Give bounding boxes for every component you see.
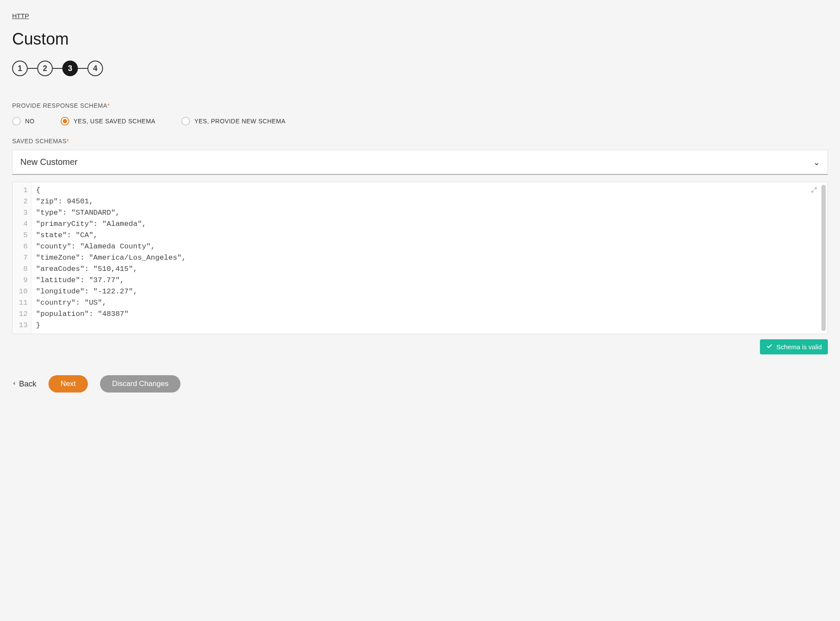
expand-icon[interactable]	[811, 186, 817, 192]
scrollbar[interactable]	[821, 185, 826, 331]
code-line: "longitude": "-122.27",	[36, 286, 823, 297]
page-title: Custom	[12, 30, 828, 48]
check-icon	[766, 343, 773, 351]
chevron-left-icon	[12, 380, 16, 389]
step-4[interactable]: 4	[87, 61, 103, 76]
line-number: 4	[19, 219, 28, 230]
code-content[interactable]: {"zip": 94501,"type": "STANDARD","primar…	[32, 182, 827, 334]
code-line: "county": "Alameda County",	[36, 241, 823, 252]
schema-valid-badge: Schema is valid	[760, 339, 828, 354]
radio-circle-icon	[181, 117, 190, 125]
line-number: 11	[19, 297, 28, 309]
dropdown-value: New Customer	[20, 157, 77, 167]
line-number: 6	[19, 241, 28, 252]
validation-text: Schema is valid	[776, 343, 822, 351]
code-line: "areaCodes": "510,415",	[36, 264, 823, 275]
saved-schemas-dropdown[interactable]: New Customer	[12, 150, 828, 175]
schema-code-editor[interactable]: 12345678910111213 {"zip": 94501,"type": …	[12, 182, 828, 334]
radio-label: YES, PROVIDE NEW SCHEMA	[194, 118, 286, 125]
wizard-stepper: 1 2 3 4	[12, 61, 828, 76]
step-connector	[53, 68, 62, 69]
radio-yes-new[interactable]: YES, PROVIDE NEW SCHEMA	[181, 117, 286, 125]
code-line: {	[36, 185, 823, 196]
breadcrumb-link[interactable]: HTTP	[12, 12, 29, 19]
code-line: "type": "STANDARD",	[36, 207, 823, 219]
step-2[interactable]: 2	[37, 61, 53, 76]
line-number: 5	[19, 230, 28, 241]
radio-label: YES, USE SAVED SCHEMA	[74, 118, 155, 125]
radio-label: NO	[25, 118, 35, 125]
code-line: "zip": 94501,	[36, 196, 823, 207]
discard-button[interactable]: Discard Changes	[100, 375, 180, 393]
step-3[interactable]: 3	[62, 61, 78, 76]
line-gutter: 12345678910111213	[13, 182, 32, 334]
line-number: 10	[19, 286, 28, 297]
required-mark: *	[107, 102, 110, 109]
radio-dot-icon	[63, 119, 67, 123]
radio-yes-saved[interactable]: YES, USE SAVED SCHEMA	[61, 117, 155, 125]
next-button[interactable]: Next	[48, 375, 88, 393]
svg-line-1	[812, 190, 814, 192]
code-line: "primaryCity": "Alameda",	[36, 219, 823, 230]
svg-line-0	[814, 188, 816, 190]
line-number: 9	[19, 275, 28, 286]
step-connector	[78, 68, 87, 69]
step-connector	[28, 68, 37, 69]
line-number: 7	[19, 252, 28, 264]
radio-circle-icon	[61, 117, 69, 125]
code-line: "country": "US",	[36, 297, 823, 309]
response-schema-radios: NO YES, USE SAVED SCHEMA YES, PROVIDE NE…	[12, 117, 828, 125]
line-number: 2	[19, 196, 28, 207]
saved-schemas-label: SAVED SCHEMAS*	[12, 138, 828, 145]
validation-row: Schema is valid	[12, 339, 828, 354]
line-number: 3	[19, 207, 28, 219]
response-schema-label: PROVIDE RESPONSE SCHEMA*	[12, 102, 828, 109]
code-line: "population": "48387"	[36, 309, 823, 320]
line-number: 12	[19, 309, 28, 320]
required-mark: *	[67, 138, 69, 145]
radio-no[interactable]: NO	[12, 117, 35, 125]
code-line: "latitude": "37.77",	[36, 275, 823, 286]
line-number: 1	[19, 185, 28, 196]
line-number: 13	[19, 320, 28, 331]
footer-actions: Back Next Discard Changes	[12, 375, 828, 393]
step-1[interactable]: 1	[12, 61, 28, 76]
back-button[interactable]: Back	[12, 380, 36, 389]
code-line: }	[36, 320, 823, 331]
code-line: "timeZone": "America/Los_Angeles",	[36, 252, 823, 264]
back-label: Back	[19, 380, 36, 389]
code-line: "state": "CA",	[36, 230, 823, 241]
chevron-down-icon	[814, 159, 820, 165]
line-number: 8	[19, 264, 28, 275]
radio-circle-icon	[12, 117, 21, 125]
